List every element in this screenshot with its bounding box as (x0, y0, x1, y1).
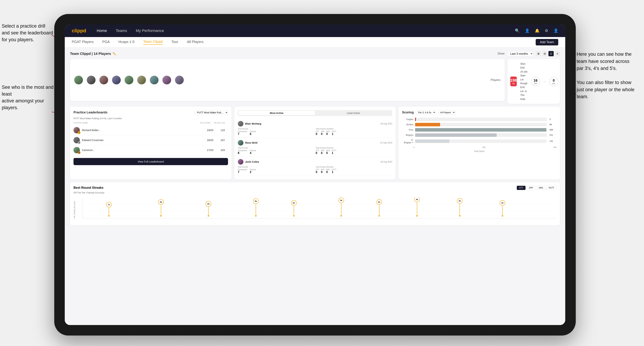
streaks-btn-putt[interactable]: PUTT (546, 186, 556, 190)
subnav-hcaps[interactable]: Hcaps 1-5 (118, 40, 134, 44)
active-avatar-josh (238, 159, 244, 165)
avatar-icon[interactable]: 👤 (554, 28, 558, 33)
active-player-rees-header: Rees Britt 02 Sep 2023 (238, 140, 392, 146)
bar-row-eagles: Eagles 3 (404, 118, 555, 121)
bar-value-eagles: 3 (550, 118, 555, 121)
nav-link-myperformance[interactable]: My Performance (136, 28, 164, 33)
lb-row-2: 2 Edward Crossman 18/20 107 (74, 135, 228, 145)
streaks-btn-app[interactable]: APP (526, 186, 535, 190)
add-team-button[interactable]: Add Team (536, 39, 558, 45)
nav-link-teams[interactable]: Teams (116, 28, 127, 33)
list-icon[interactable]: ≡ (555, 51, 560, 56)
bar-container-eagles (415, 118, 547, 121)
shot-circle-1: 16 yds (531, 77, 540, 86)
grid-icon-3[interactable]: ⊡ (548, 51, 554, 56)
streak-point-6x-1: 6x (158, 199, 164, 216)
player-avatar-7[interactable] (150, 76, 158, 84)
streaks-btns: OTT APP ARG PUTT (517, 186, 556, 190)
most-active-tab[interactable]: Most Active (238, 111, 315, 116)
leaderboard-card-header: Practice Leaderboards PUTT Must Make Put… (74, 110, 228, 115)
player-avatar-6[interactable] (137, 76, 146, 84)
player-filter-select[interactable]: All Players (438, 110, 455, 115)
par-filter-select[interactable]: Par 3, 4 & 5s (416, 110, 436, 115)
least-active-tab[interactable]: Least Active (315, 111, 392, 116)
subnav-pgat[interactable]: PGAT Players (72, 40, 94, 44)
nav-bar: clippd Home Teams My Performance 🔍 👤 🔔 ⚙… (65, 24, 565, 37)
player-avatar-4[interactable] (112, 76, 121, 84)
scoring-title: Scoring (402, 111, 414, 114)
active-player-rees: Rees Britt 02 Sep 2023 Total Rounds Tour… (238, 138, 392, 157)
main-content: Team Clippd | 14 Players ✏️ Show Last 3 … (65, 47, 565, 325)
active-player-blair-header: Blair McHarg 26 Aug 2023 (238, 121, 392, 127)
scoring-card: Scoring Par 3, 4 & 5s All Players Eagles (398, 107, 560, 179)
shot-circle-2: 0 yds (549, 77, 558, 86)
grid-icon-1[interactable]: ⊞ (536, 51, 541, 56)
bar-chart: Eagles 3 Birdies 96 (402, 118, 556, 144)
active-avatar-blair (238, 121, 244, 127)
streak-point-5x-2: 5x (291, 200, 296, 216)
active-date-josh: 26 Aug 2023 (380, 161, 392, 163)
bar-label-bogeys: Bogeys (404, 134, 413, 136)
settings-icon[interactable]: ⚙ (545, 28, 548, 33)
player-avatar-2[interactable] (87, 76, 96, 84)
player-avatar-9[interactable] (175, 76, 184, 84)
show-select[interactable]: Last 3 months (507, 51, 533, 56)
bar-label-birdies: Birdies (404, 123, 413, 126)
annotation-right: Here you can see how theteam have scored… (576, 51, 634, 100)
bar-fill-dbogeys (415, 140, 449, 143)
bar-value-pars: 499 (550, 129, 555, 131)
streak-point-3x-1: 3x (457, 198, 462, 216)
bar-row-bogeys: Bogeys 311 (404, 133, 555, 137)
streaks-chart: %A, Fairway Accuracy 7x 6x (74, 197, 556, 222)
player-avatar-1[interactable] (74, 76, 83, 84)
practice-leaderboards-card: Practice Leaderboards PUTT Must Make Put… (70, 107, 232, 179)
bar-label-eagles: Eagles (404, 118, 413, 121)
search-icon[interactable]: 🔍 (515, 28, 520, 33)
nav-link-home[interactable]: Home (96, 28, 107, 33)
drill-select[interactable]: PUTT Must Make Putt... (194, 110, 228, 115)
leaderboard-title: Practice Leaderboards (74, 111, 108, 114)
bar-fill-birdies (415, 123, 440, 126)
annotation-bottom-left: See who is the most and leastactive amon… (2, 84, 54, 111)
streak-point-4x-3: 4x (414, 197, 420, 216)
bar-row-dbogeys: D. Bogeys + 131 (404, 139, 555, 144)
leaderboard-header: PLAYER NAME PB SCORE PB AVG SQ (74, 122, 228, 124)
player-avatar-8[interactable] (162, 76, 171, 84)
bar-container-pars (415, 128, 547, 132)
nav-links: Home Teams My Performance (96, 28, 515, 33)
streak-point-4x-1: 4x (338, 197, 344, 216)
grid-icon-2[interactable]: ⊟ (542, 51, 548, 56)
edit-icon[interactable]: ✏️ (113, 52, 116, 55)
sub-nav: PGAT Players PGA Hcaps 1-5 Team Clippd T… (65, 37, 565, 47)
subnav-tour[interactable]: Tour (171, 40, 178, 44)
three-col: Practice Leaderboards PUTT Must Make Put… (70, 107, 560, 179)
user-icon[interactable]: 👤 (525, 28, 530, 33)
view-full-leaderboard-button[interactable]: View Full Leaderboard (74, 158, 228, 165)
streak-point-7x-1: 7x (106, 202, 112, 216)
most-active-card: Most Active Least Active Blair McHarg 26… (234, 107, 396, 179)
player-avatar-3[interactable] (100, 76, 108, 84)
lb-name-3: Cameron... (82, 149, 203, 152)
streaks-card: Best Round Streaks OTT APP ARG PUTT Off … (70, 182, 560, 225)
subnav-pga[interactable]: PGA (102, 40, 110, 44)
player-avatar-5[interactable] (124, 76, 133, 84)
active-avatar-rees (238, 140, 244, 146)
players-label: Players (490, 78, 500, 82)
subnav-teamclippd[interactable]: Team Clippd (143, 40, 162, 45)
team-header: Team Clippd | 14 Players ✏️ Show Last 3 … (70, 51, 560, 56)
streak-point-5x-1: 5x (253, 198, 259, 216)
bell-icon[interactable]: 🔔 (535, 28, 540, 33)
silver-medal-icon: 2 (78, 141, 80, 144)
streaks-btn-ott[interactable]: OTT (517, 186, 526, 190)
streaks-btn-arg[interactable]: ARG (536, 186, 546, 190)
active-player-blair: Blair McHarg 26 Aug 2023 Total Rounds To… (238, 119, 392, 138)
bar-fill-pars (415, 128, 546, 132)
team-title: Team Clippd | 14 Players (70, 52, 111, 56)
subnav-allplayers[interactable]: All Players (187, 40, 203, 44)
chart-x-labels: 0 200 400 (413, 146, 556, 149)
view-icons: ⊞ ⊟ ⊡ ≡ (536, 51, 560, 56)
tablet-frame: clippd Home Teams My Performance 🔍 👤 🔔 ⚙… (54, 14, 576, 336)
lb-sq-1: 110 (218, 129, 228, 132)
active-date-blair: 26 Aug 2023 (380, 123, 392, 125)
bar-container-dbogeys (415, 140, 547, 143)
